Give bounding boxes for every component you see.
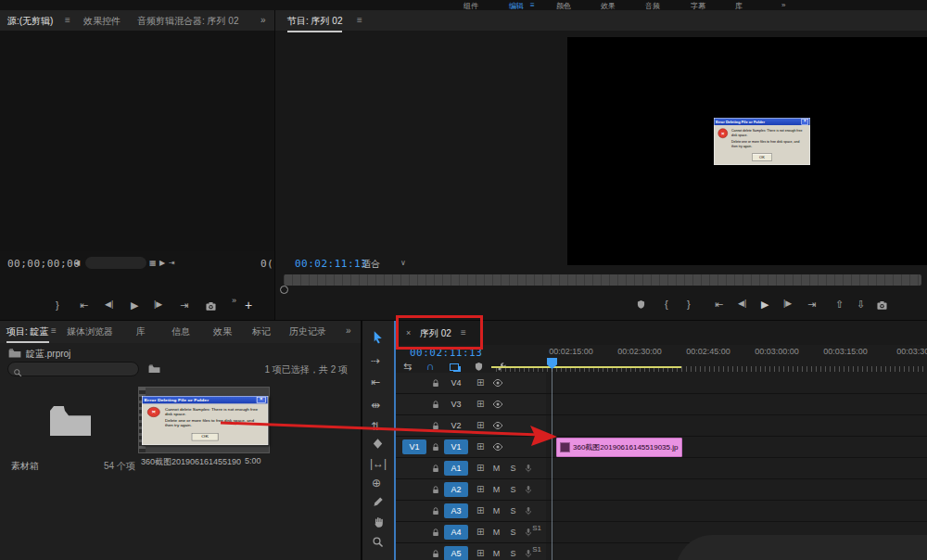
zoom-tool-icon[interactable] xyxy=(372,536,384,548)
lane-a1[interactable] xyxy=(546,458,927,479)
rolling-edit-tool-icon[interactable]: ⇹ xyxy=(371,399,380,412)
program-play-icon[interactable]: ▶ xyxy=(761,299,768,311)
nest-toggle-icon[interactable]: ⇆ xyxy=(403,361,412,373)
solo-button[interactable]: S xyxy=(508,506,517,515)
program-extract-icon[interactable]: ⇩ xyxy=(857,299,865,311)
track-name-a1[interactable]: A1 xyxy=(444,461,468,476)
source-panel-menu-icon[interactable]: ≡ xyxy=(65,15,70,25)
linked-selection-icon[interactable] xyxy=(450,363,459,371)
xp-dialog-close-icon[interactable]: × xyxy=(802,119,809,125)
project-panel-menu-icon[interactable]: ≡ xyxy=(51,325,57,336)
source-prev-icon[interactable]: ◀ xyxy=(74,259,80,267)
sync-lock-icon[interactable]: ⊞ xyxy=(476,464,484,473)
source-button-editor-icon[interactable]: + xyxy=(245,298,252,312)
ripple-edit-tool-icon[interactable]: ⇤ xyxy=(371,375,380,388)
search-input[interactable] xyxy=(7,362,139,376)
source-tab-overflow-icon[interactable]: » xyxy=(260,15,266,25)
lane-v4[interactable] xyxy=(546,373,927,394)
mute-button[interactable]: M xyxy=(491,549,501,558)
solo-button[interactable]: S xyxy=(508,528,517,537)
source-goto-out-icon[interactable]: ⇥ xyxy=(180,299,188,312)
project-file-name[interactable]: 靛蓝.prproj xyxy=(26,348,70,361)
tab-sequence-02[interactable]: 序列 02 xyxy=(420,327,451,340)
workspace-tab-assembly[interactable]: 组件 xyxy=(464,1,478,10)
track-name-v3[interactable]: V3 xyxy=(444,397,468,412)
solo-button[interactable]: S xyxy=(508,485,517,494)
program-scrub-bar[interactable] xyxy=(284,274,921,286)
toggle-track-output-icon[interactable] xyxy=(492,420,503,431)
lock-icon[interactable] xyxy=(431,442,440,452)
add-marker-icon[interactable] xyxy=(474,362,484,372)
selection-tool-icon[interactable] xyxy=(371,330,385,344)
tab-markers[interactable]: 标记 xyxy=(252,325,271,338)
tab-info[interactable]: 信息 xyxy=(171,325,190,338)
program-mark-in-icon[interactable]: { xyxy=(665,299,668,310)
rate-stretch-tool-icon[interactable]: ⇅ xyxy=(371,420,380,433)
track-name-a3[interactable]: A3 xyxy=(444,503,468,518)
lane-v2[interactable] xyxy=(546,415,927,437)
tab-effects[interactable]: 效果 xyxy=(213,325,232,338)
lock-icon[interactable] xyxy=(431,549,440,559)
program-panel-menu-icon[interactable]: ≡ xyxy=(357,15,362,25)
workspace-tab-libraries[interactable]: 库 xyxy=(735,1,743,10)
tab-project[interactable]: 项目: 靛蓝 xyxy=(6,325,49,343)
track-name-v4[interactable]: V4 xyxy=(444,375,468,390)
timeline-timecode[interactable]: 00:02:11:13 xyxy=(410,347,482,359)
workspace-tab-color[interactable]: 颜色 xyxy=(556,1,571,10)
mute-button[interactable]: M xyxy=(491,485,501,494)
mic-icon[interactable] xyxy=(524,463,533,474)
source-step-back-icon[interactable]: ◀| xyxy=(105,299,113,309)
mic-icon[interactable] xyxy=(524,505,533,516)
toggle-track-output-icon[interactable] xyxy=(492,377,503,388)
clip-name[interactable]: 360截图20190616145519035... xyxy=(141,456,241,468)
tab-program[interactable]: 节目: 序列 02 xyxy=(287,15,342,32)
program-goto-in-icon[interactable]: ⇤ xyxy=(715,299,723,311)
program-step-fwd-icon[interactable]: |▶ xyxy=(783,299,792,308)
pen-tool-icon[interactable] xyxy=(372,496,384,508)
tab-audio-clip-mixer[interactable]: 音频剪辑混合器: 序列 02 xyxy=(137,15,238,28)
program-mark-out-icon[interactable]: } xyxy=(687,299,691,310)
lock-icon[interactable] xyxy=(431,485,440,495)
workspace-overflow-icon[interactable]: » xyxy=(781,1,785,9)
track-select-tool-icon[interactable]: ⇢ xyxy=(371,354,380,367)
lock-icon[interactable] xyxy=(431,464,440,474)
sync-lock-icon[interactable]: ⊞ xyxy=(476,421,484,430)
timeline-panel-menu-icon[interactable]: ≡ xyxy=(461,327,466,337)
sync-lock-icon[interactable]: ⊞ xyxy=(476,506,484,515)
source-play-icon[interactable]: ▶ xyxy=(131,299,138,312)
lock-icon[interactable] xyxy=(431,421,440,431)
workspace-tab-editing[interactable]: 编辑 xyxy=(509,1,524,10)
mute-button[interactable]: M xyxy=(491,464,501,473)
toggle-track-output-icon[interactable] xyxy=(492,441,503,452)
lock-icon[interactable] xyxy=(431,400,440,410)
lock-icon[interactable] xyxy=(431,528,440,538)
workspace-tab-captions[interactable]: 字幕 xyxy=(691,1,705,10)
source-grid-icon[interactable]: ▦ xyxy=(149,259,157,267)
source-timecode[interactable]: 00;00;00;00 xyxy=(7,258,80,270)
program-export-frame-icon[interactable] xyxy=(876,299,888,312)
toggle-track-output-icon[interactable] xyxy=(492,399,503,410)
bin-label[interactable]: 素材箱 xyxy=(11,460,39,473)
program-zoom-select[interactable]: 适合 xyxy=(362,258,380,271)
lock-icon[interactable] xyxy=(431,506,440,516)
tab-history[interactable]: 历史记录 xyxy=(289,325,326,338)
source-more-icon[interactable]: » xyxy=(232,296,236,305)
workspace-menu-icon[interactable]: ≡ xyxy=(530,1,535,9)
project-tab-overflow-icon[interactable]: » xyxy=(346,325,351,336)
source-goto-in-icon[interactable]: ⇤ xyxy=(80,299,88,312)
workspace-tab-audio[interactable]: 音频 xyxy=(645,1,660,10)
track-name-a2[interactable]: A2 xyxy=(444,482,468,497)
workspace-tab-effects[interactable]: 效果 xyxy=(601,1,616,10)
lane-v1[interactable]: 360截图20190616145519035.jp xyxy=(546,437,927,458)
source-jump-icon[interactable]: ⇥ xyxy=(169,259,175,267)
lane-a2[interactable] xyxy=(546,479,927,501)
sync-lock-icon[interactable]: ⊞ xyxy=(476,549,484,558)
source-export-frame-icon[interactable] xyxy=(205,300,217,312)
lock-icon[interactable] xyxy=(431,378,440,388)
lane-v3[interactable] xyxy=(546,394,927,415)
sync-lock-icon[interactable]: ⊞ xyxy=(476,528,484,537)
sync-lock-icon[interactable]: ⊞ xyxy=(476,378,484,388)
source-step-fwd-icon[interactable]: |▶ xyxy=(154,299,162,309)
solo-button[interactable]: S xyxy=(508,464,517,473)
ok-button[interactable]: OK xyxy=(752,154,772,161)
